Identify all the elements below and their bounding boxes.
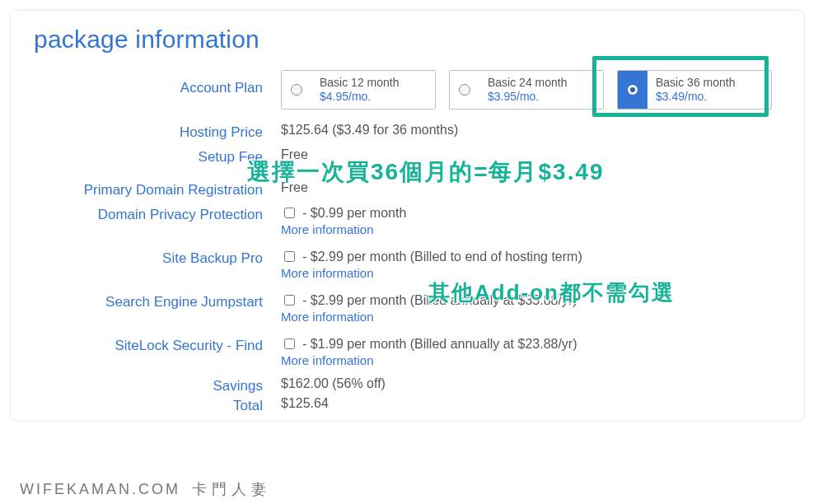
plan-radio-wrap: [618, 71, 647, 109]
checkbox-search-engine-jumpstart[interactable]: [284, 295, 295, 306]
plan-text: Basic 12 month $4.95/mo.: [311, 71, 435, 109]
row-savings: Savings $162.00 (56% off): [34, 376, 781, 394]
plan-radio-wrap: [450, 71, 479, 109]
plan-options: Basic 12 month $4.95/mo. Basic 24 month …: [281, 70, 781, 110]
plan-price: $3.95/mo.: [488, 90, 595, 104]
value-setup-fee: Free: [281, 147, 781, 162]
plan-price: $3.49/mo.: [656, 90, 763, 104]
label-savings: Savings: [34, 376, 281, 394]
addon-line: - $2.99 per month (Billed to end of host…: [281, 249, 781, 264]
label-setup-fee: Setup Fee: [34, 147, 281, 166]
plan-radio-wrap: [282, 71, 311, 109]
value-primary-domain-reg: Free: [281, 180, 781, 195]
addon-desc: - $2.99 per month (Billed annually at $3…: [302, 293, 577, 308]
row-primary-domain-reg: Primary Domain Registration Free: [34, 180, 781, 198]
row-domain-privacy: Domain Privacy Protection - $0.99 per mo…: [34, 205, 781, 237]
plan-name: Basic 36 month: [656, 76, 763, 90]
plan-option-36m[interactable]: Basic 36 month $3.49/mo.: [617, 70, 772, 110]
label-sitelock: SiteLock Security - Find: [34, 336, 281, 354]
row-account-plan: Account Plan Basic 12 month $4.95/mo. Ba…: [34, 70, 781, 110]
more-info-link[interactable]: More information: [281, 310, 374, 324]
addon-desc: - $2.99 per month (Billed to end of host…: [302, 250, 582, 264]
package-info-card: package information Account Plan Basic 1…: [10, 10, 805, 422]
checkbox-domain-privacy[interactable]: [284, 208, 295, 218]
plan-name: Basic 12 month: [320, 76, 427, 90]
addon-desc: - $0.99 per month: [302, 206, 406, 221]
addon-desc: - $1.99 per month (Billed annually at $2…: [302, 337, 577, 352]
label-primary-domain-reg: Primary Domain Registration: [34, 180, 281, 198]
value-domain-privacy: - $0.99 per month More information: [281, 205, 781, 237]
label-total: Total: [34, 396, 281, 414]
radio-icon: [627, 84, 638, 96]
plan-option-12m[interactable]: Basic 12 month $4.95/mo.: [281, 70, 436, 110]
value-hosting-price: $125.64 ($3.49 for 36 months): [281, 123, 781, 138]
addon-line: - $1.99 per month (Billed annually at $2…: [281, 336, 781, 352]
plan-text: Basic 36 month $3.49/mo.: [647, 71, 771, 109]
watermark-zh: 卡門人妻: [192, 481, 271, 497]
radio-icon: [459, 84, 470, 96]
label-domain-privacy: Domain Privacy Protection: [34, 205, 281, 223]
watermark: WIFEKAMAN.COM 卡門人妻: [20, 479, 271, 499]
value-savings: $162.00 (56% off): [281, 376, 781, 391]
more-info-link[interactable]: More information: [281, 222, 374, 236]
value-account-plan: Basic 12 month $4.95/mo. Basic 24 month …: [281, 70, 781, 110]
label-account-plan: Account Plan: [34, 70, 281, 96]
row-sitelock: SiteLock Security - Find - $1.99 per mon…: [34, 336, 781, 368]
value-sitelock: - $1.99 per month (Billed annually at $2…: [281, 336, 781, 368]
plan-option-24m[interactable]: Basic 24 month $3.95/mo.: [449, 70, 604, 110]
checkbox-sitelock[interactable]: [284, 338, 295, 349]
label-hosting-price: Hosting Price: [34, 123, 281, 141]
plan-text: Basic 24 month $3.95/mo.: [479, 71, 603, 109]
plan-price: $4.95/mo.: [320, 90, 427, 104]
value-site-backup: - $2.99 per month (Billed to end of host…: [281, 249, 781, 281]
section-title: package information: [34, 26, 781, 54]
page: package information Account Plan Basic 1…: [0, 0, 818, 504]
plan-name: Basic 24 month: [488, 76, 595, 90]
row-setup-fee: Setup Fee Free: [34, 147, 781, 166]
more-info-link[interactable]: More information: [281, 266, 374, 280]
value-search-engine-jumpstart: - $2.99 per month (Billed annually at $3…: [281, 292, 781, 324]
value-total: $125.64: [281, 396, 781, 411]
more-info-link[interactable]: More information: [281, 353, 374, 367]
addon-line: - $2.99 per month (Billed annually at $3…: [281, 292, 781, 308]
checkbox-site-backup[interactable]: [284, 251, 295, 262]
row-total: Total $125.64: [34, 396, 781, 414]
row-search-engine-jumpstart: Search Engine Jumpstart - $2.99 per mont…: [34, 292, 781, 324]
row-hosting-price: Hosting Price $125.64 ($3.49 for 36 mont…: [34, 123, 781, 141]
addon-line: - $0.99 per month: [281, 205, 781, 221]
radio-icon: [291, 84, 302, 96]
label-search-engine-jumpstart: Search Engine Jumpstart: [34, 292, 281, 310]
label-site-backup: Site Backup Pro: [34, 249, 281, 267]
row-site-backup: Site Backup Pro - $2.99 per month (Bille…: [34, 249, 781, 281]
watermark-en: WIFEKAMAN.COM: [20, 481, 180, 497]
